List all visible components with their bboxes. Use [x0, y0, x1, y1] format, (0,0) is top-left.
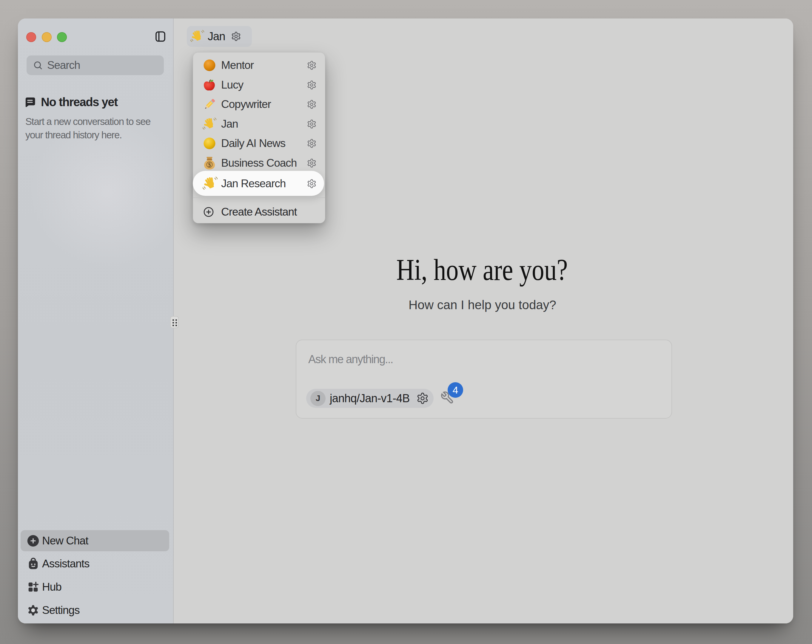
svg-text:$: $	[208, 161, 211, 168]
